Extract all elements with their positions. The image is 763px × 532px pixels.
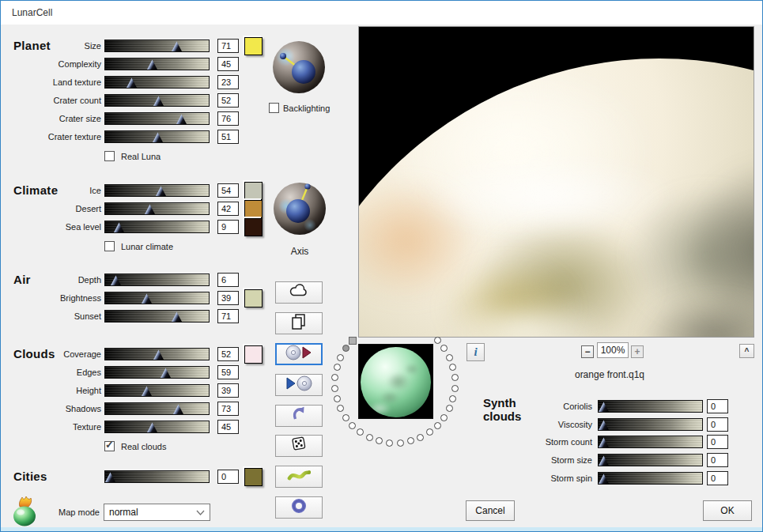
slider-value-sea-level[interactable]	[217, 220, 239, 234]
slider-value-ice[interactable]	[217, 183, 239, 198]
slider-track-storm-count[interactable]	[598, 436, 703, 448]
memory-dot-5[interactable]	[331, 385, 338, 392]
color-swatch-brightness[interactable]	[244, 289, 263, 308]
slider-value-height[interactable]	[217, 383, 239, 398]
memory-dot-17[interactable]	[426, 428, 433, 436]
slider-track-height[interactable]	[104, 384, 210, 397]
slider-track-desert[interactable]	[104, 202, 210, 215]
ring-button[interactable]	[275, 496, 323, 519]
slider-thumb[interactable]	[599, 474, 609, 484]
memory-dot-12[interactable]	[376, 437, 383, 444]
slider-value-crater-size[interactable]	[217, 111, 239, 126]
slider-thumb[interactable]	[599, 455, 609, 466]
slider-track-crater-count[interactable]	[104, 94, 210, 107]
memory-dot-1[interactable]	[342, 345, 349, 352]
slider-value-storm-size[interactable]	[707, 453, 728, 467]
slider-value-sunset[interactable]	[217, 309, 239, 323]
memory-dot-9[interactable]	[349, 422, 356, 429]
memory-dot-7[interactable]	[337, 405, 344, 412]
slider-thumb[interactable]	[172, 41, 182, 51]
memory-dot-24[interactable]	[449, 364, 456, 371]
slider-thumb[interactable]	[111, 275, 121, 285]
memory-dot-26[interactable]	[440, 345, 448, 352]
memory-dot-13[interactable]	[386, 440, 393, 447]
cloud-button[interactable]	[275, 281, 323, 304]
memory-dot-10[interactable]	[357, 428, 364, 436]
slider-value-storm-count[interactable]	[707, 435, 728, 449]
slider-value-edges[interactable]	[217, 365, 239, 379]
slider-track-storm-spin[interactable]	[598, 472, 703, 485]
memory-dot-6[interactable]	[334, 395, 341, 402]
slider-thumb[interactable]	[145, 204, 155, 214]
slider-thumb[interactable]	[161, 368, 171, 378]
slider-thumb[interactable]	[142, 293, 152, 304]
slider-value-crater-texture[interactable]	[217, 130, 239, 144]
slider-track-brightness[interactable]	[104, 292, 210, 304]
color-swatch-size[interactable]	[244, 37, 263, 55]
color-swatch-coverage[interactable]	[244, 345, 263, 364]
slider-value-coriolis[interactable]	[707, 399, 728, 413]
memory-dot-2[interactable]	[337, 354, 344, 361]
slider-value-viscosity[interactable]	[707, 417, 728, 432]
dice-random-button[interactable]	[275, 435, 323, 457]
slider-thumb[interactable]	[153, 96, 164, 106]
slider-thumb[interactable]	[153, 132, 163, 142]
memory-dot-8[interactable]	[342, 414, 349, 421]
play-from-disc-button[interactable]	[275, 374, 323, 396]
memory-dot-27[interactable]	[434, 337, 441, 344]
slider-track-edges[interactable]	[104, 366, 210, 379]
slider-value-storm-spin[interactable]	[707, 471, 728, 485]
slider-track-coriolis[interactable]	[598, 400, 703, 413]
checkbox-real-luna[interactable]	[104, 151, 115, 161]
memory-dot-15[interactable]	[407, 437, 414, 444]
color-swatch-desert[interactable]	[244, 200, 263, 218]
slider-thumb[interactable]	[127, 77, 137, 88]
slider-value-land-texture[interactable]	[217, 75, 239, 89]
slider-track-sea-level[interactable]	[104, 221, 210, 233]
slider-track-sunset[interactable]	[104, 310, 210, 323]
slider-track-crater-size[interactable]	[104, 112, 210, 125]
cancel-button[interactable]: Cancel	[466, 500, 515, 521]
memory-dot-0[interactable]	[349, 337, 357, 345]
memory-dot-14[interactable]	[397, 440, 404, 447]
copy-pages-button[interactable]	[275, 312, 323, 334]
color-swatch-sea-level[interactable]	[244, 218, 263, 236]
memory-dot-3[interactable]	[334, 364, 341, 371]
slider-track-coverage[interactable]	[104, 348, 210, 360]
memory-dot-21[interactable]	[449, 395, 456, 402]
slider-thumb[interactable]	[599, 437, 609, 447]
slider-thumb[interactable]	[153, 349, 164, 360]
slider-value-complexity[interactable]	[217, 57, 239, 71]
memory-dot-4[interactable]	[331, 374, 338, 381]
map-mode-dropdown[interactable]: normal	[104, 504, 210, 521]
slider-value-size[interactable]	[217, 39, 239, 53]
memory-dot-19[interactable]	[440, 414, 448, 421]
slider-track-crater-texture[interactable]	[104, 130, 210, 143]
slider-track-ice[interactable]	[104, 184, 210, 197]
memory-dot-16[interactable]	[417, 434, 424, 441]
slider-thumb[interactable]	[142, 386, 152, 396]
slider-value-desert[interactable]	[217, 202, 239, 216]
memory-dot-11[interactable]	[366, 434, 373, 441]
ok-button[interactable]: OK	[703, 500, 752, 521]
memory-dot-20[interactable]	[446, 405, 453, 412]
checkbox-lunar-climate[interactable]	[104, 241, 115, 251]
slider-value-brightness[interactable]	[217, 291, 239, 305]
slider-track-depth[interactable]	[104, 274, 210, 286]
memory-dot-23[interactable]	[451, 374, 459, 381]
slider-track-complexity[interactable]	[104, 58, 210, 70]
slider-track-storm-size[interactable]	[598, 454, 703, 466]
slider-value-coverage[interactable]	[217, 347, 239, 361]
slider-thumb[interactable]	[599, 402, 609, 412]
slider-track-land-texture[interactable]	[104, 76, 210, 89]
slider-value-depth[interactable]	[217, 273, 239, 287]
slider-thumb[interactable]	[599, 420, 609, 430]
record-to-disc-button[interactable]	[275, 343, 323, 365]
slider-thumb[interactable]	[114, 222, 124, 232]
slider-thumb[interactable]	[176, 114, 187, 124]
slider-track-viscosity[interactable]	[598, 418, 703, 431]
slider-thumb[interactable]	[147, 59, 157, 70]
memory-dot-25[interactable]	[446, 354, 453, 361]
slider-thumb[interactable]	[156, 186, 166, 196]
slider-thumb[interactable]	[172, 311, 182, 322]
